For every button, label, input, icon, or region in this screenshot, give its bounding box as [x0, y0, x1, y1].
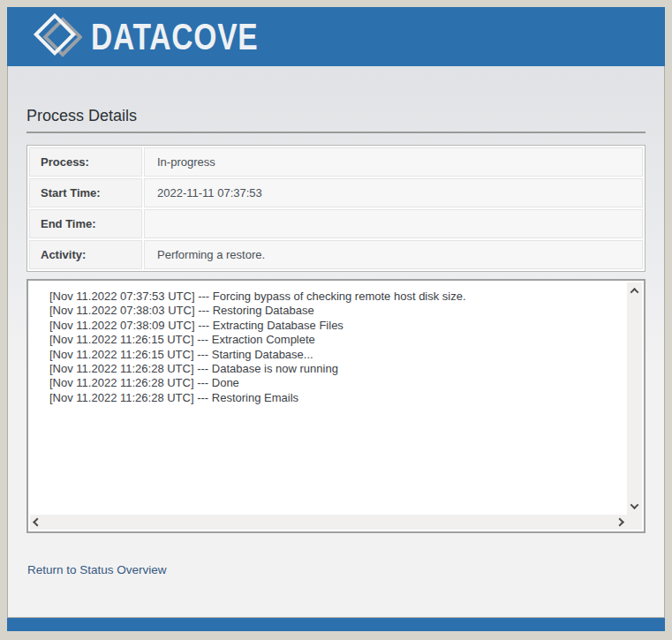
return-to-status-overview-link[interactable]: Return to Status Overview: [27, 563, 167, 576]
scrollbar-corner: [627, 515, 642, 530]
log-line: [Nov 11.2022 11:26:28 UTC] --- Done: [49, 376, 627, 390]
footer-bar: [7, 618, 665, 631]
content-panel: Process Details Process: In-progress Sta…: [7, 66, 665, 618]
chevron-down-icon[interactable]: [630, 501, 639, 509]
page-title: Process Details: [26, 66, 646, 125]
row-value: Performing a restore.: [144, 240, 643, 269]
table-row: Activity: Performing a restore.: [29, 240, 643, 269]
log-line: [Nov 11.2022 11:26:28 UTC] --- Database …: [49, 362, 627, 376]
row-label: Process:: [29, 147, 142, 177]
log-line: [Nov 11.2022 07:38:03 UTC] --- Restoring…: [49, 304, 627, 318]
horizontal-scrollbar[interactable]: [30, 515, 627, 530]
table-row: End Time:: [29, 209, 643, 238]
row-label: Activity:: [29, 240, 142, 269]
process-log-text: [Nov 11.2022 07:37:53 UTC] --- Forcing b…: [30, 282, 627, 515]
log-line: [Nov 11.2022 11:26:15 UTC] --- Starting …: [49, 348, 627, 362]
logo-text: DATACOVE: [91, 15, 258, 58]
header-banner: DATACOVE: [7, 7, 665, 66]
vertical-scrollbar[interactable]: [627, 282, 642, 515]
table-row: Process: In-progress: [29, 147, 643, 177]
log-line: [Nov 11.2022 11:26:28 UTC] --- Restoring…: [49, 391, 627, 405]
log-line: [Nov 11.2022 07:37:53 UTC] --- Forcing b…: [49, 290, 627, 304]
row-value: 2022-11-11 07:37:53: [144, 178, 643, 207]
process-log-box[interactable]: [Nov 11.2022 07:37:53 UTC] --- Forcing b…: [26, 279, 646, 533]
chevron-right-icon[interactable]: [615, 518, 624, 527]
row-label: Start Time:: [29, 178, 142, 207]
details-rows: Process: In-progress Start Time: 2022-11…: [29, 147, 643, 269]
log-line: [Nov 11.2022 11:26:15 UTC] --- Extractio…: [49, 333, 627, 347]
datacove-logo[interactable]: DATACOVE: [31, 11, 306, 63]
chevron-left-icon[interactable]: [33, 518, 42, 527]
row-value: In-progress: [144, 147, 643, 177]
process-details-table: Process: In-progress Start Time: 2022-11…: [26, 145, 646, 272]
table-row: Start Time: 2022-11-11 07:37:53: [29, 178, 643, 207]
app-frame: DATACOVE Process Details Process: In-pro…: [7, 7, 665, 631]
datacove-diamond-icon: [31, 11, 82, 63]
row-value: [144, 209, 643, 238]
row-label: End Time:: [29, 209, 142, 238]
title-divider: [26, 132, 646, 133]
log-line: [Nov 11.2022 07:38:09 UTC] --- Extractin…: [49, 319, 627, 333]
chevron-up-icon[interactable]: [630, 288, 639, 297]
